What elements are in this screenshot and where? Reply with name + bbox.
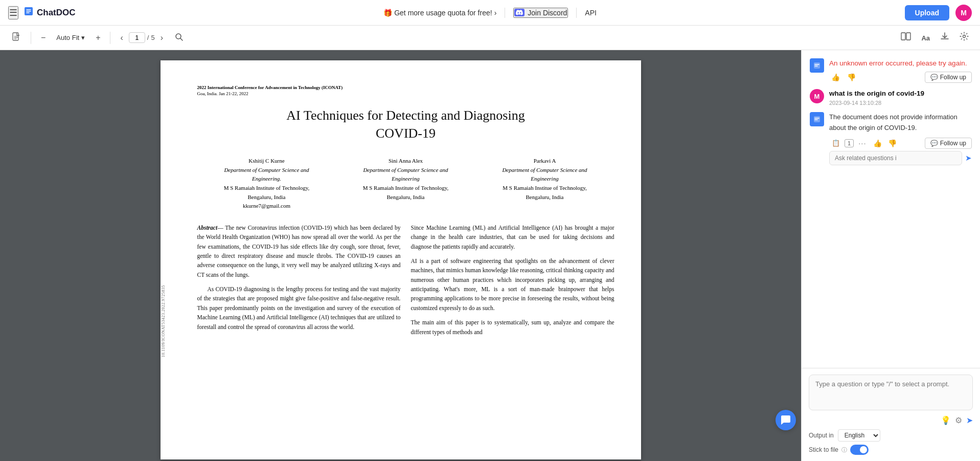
chat-input[interactable] [809, 375, 973, 410]
upload-button[interactable]: Upload [905, 5, 949, 20]
join-discord-button[interactable]: Join Discord [513, 8, 568, 18]
thumbdown-button-1[interactable]: 👎 [845, 72, 858, 82]
output-language-select[interactable]: English Chinese Spanish French German [838, 429, 880, 442]
hamburger-icon: ☰ [9, 8, 17, 18]
zoom-out-button[interactable]: − [37, 31, 49, 45]
author-3-inst: M S Ramaiah Institue of Technology, [475, 184, 614, 193]
promo-emoji: 🎁 [383, 9, 392, 17]
abstract-label: Abstract [197, 225, 218, 231]
pdf-page: 10.1109/ICONAT53423.2022.9725835 2022 In… [161, 60, 641, 459]
author-2-inst: M S Ramaiah Institute of Technology, [336, 184, 475, 193]
followup-button-2[interactable]: 💬 Follow up [925, 138, 972, 149]
font-size-icon: Aa [921, 34, 930, 42]
toolbar-separator-1 [31, 32, 31, 44]
float-chat-button[interactable] [776, 410, 796, 430]
nav-divider-2 [576, 8, 577, 18]
error-text: An unknown error occurred, please try ag… [829, 58, 972, 69]
ask-related-input[interactable] [829, 151, 962, 165]
followup-label-1: Follow up [940, 74, 966, 81]
api-button[interactable]: API [585, 9, 597, 17]
svg-rect-6 [814, 62, 820, 69]
stick-toggle[interactable] [850, 445, 869, 455]
logo: ChatDOC [24, 6, 76, 19]
source-badge[interactable]: 1 [845, 139, 854, 147]
auto-fit-label: Auto Fit [56, 34, 79, 41]
thumbup-button-1[interactable]: 👍 [829, 72, 842, 82]
thumbup-button-2[interactable]: 👍 [871, 138, 884, 148]
bot-answer-message: The document does not provide informatio… [810, 112, 972, 165]
more-settings-button[interactable] [956, 30, 972, 46]
discord-icon [514, 9, 525, 16]
user-message-content: what is the origin of covid-19 2023-09-1… [829, 89, 924, 106]
bulb-icon: 💡 [941, 416, 951, 425]
followup-chat-icon-1: 💬 [930, 74, 938, 81]
user-question-text: what is the origin of covid-19 [829, 89, 924, 99]
author-1-city: Bengaluru, India [197, 193, 336, 202]
bot-icon-1 [810, 58, 824, 73]
thumbdown-icon-2: 👎 [888, 139, 897, 147]
thumbdown-button-2[interactable]: 👎 [886, 138, 899, 148]
toggle-slider [850, 445, 869, 455]
chat-input-toolbar: 💡 ⚙ ➤ [809, 415, 973, 425]
author-2: Sini Anna Alex Department of Computer Sc… [336, 157, 475, 211]
ask-related-row: ➤ [829, 151, 972, 165]
followup-chat-icon-2: 💬 [930, 140, 938, 147]
svg-rect-7 [814, 116, 820, 122]
svg-rect-4 [906, 33, 910, 40]
avatar[interactable]: M [955, 5, 972, 21]
right-p1: Since Machine Learning (ML) and Artifici… [411, 223, 614, 251]
download-button[interactable] [937, 30, 952, 46]
prev-page-button[interactable]: ‹ [117, 31, 126, 45]
chat-send-button[interactable]: ➤ [966, 415, 973, 425]
discord-label: Join Discord [528, 9, 567, 17]
paper-title: AI Techniques for Detecting and Diagnosi… [197, 106, 614, 142]
send-small-icon: ➤ [965, 153, 972, 162]
top-nav: ☰ ChatDOC 🎁 Get more usage quota for fre… [0, 0, 980, 26]
author-1-inst: M S Ramaiah Institute of Technology, [197, 184, 336, 193]
answer-actions: 📋 1 ··· 👍 👎 💬 [829, 138, 972, 149]
sidebar-toggle-button[interactable]: ☰ [8, 6, 18, 19]
conference-title: 2022 International Conference for Advanc… [197, 85, 614, 90]
svg-point-5 [963, 35, 966, 38]
dots-icon: ··· [858, 139, 867, 147]
next-page-icon: › [161, 33, 163, 42]
user-message: M what is the origin of covid-19 2023-09… [810, 89, 972, 106]
chat-sidebar: An unknown error occurred, please try ag… [801, 50, 980, 461]
col-left: Abstract— The new Coronavirus infection … [197, 223, 401, 342]
doi-side-text: 10.1109/ICONAT53423.2022.9725835 [161, 285, 166, 357]
next-page-button[interactable]: › [157, 31, 167, 45]
thumbup-icon-2: 👍 [873, 139, 882, 147]
nav-center: 🎁 Get more usage quota for free! › Join … [82, 8, 899, 18]
chat-input-area: 💡 ⚙ ➤ Output in English Chinese Spanish … [802, 368, 980, 461]
right-p3: The main aim of this paper is to systema… [411, 318, 614, 337]
font-size-button[interactable]: Aa [918, 30, 933, 45]
thumbdown-icon-1: 👎 [847, 73, 856, 81]
source-button[interactable]: 📋 [829, 138, 842, 148]
dots-button[interactable]: ··· [856, 138, 869, 148]
search-button[interactable] [171, 30, 187, 46]
page-separator: / [147, 34, 149, 41]
bot-answer-bubble: The document does not provide informatio… [829, 112, 972, 165]
file-icon-button[interactable] [8, 30, 25, 46]
zoom-in-button[interactable]: + [92, 31, 104, 45]
followup-button-1[interactable]: 💬 Follow up [925, 72, 972, 83]
author-1-email: kkurne7@gmail.com [197, 202, 336, 211]
nav-left: ☰ ChatDOC [8, 6, 76, 19]
send-icon: ➤ [966, 416, 973, 425]
book-view-button[interactable] [898, 30, 914, 46]
ask-related-send-button[interactable]: ➤ [965, 153, 972, 163]
bulb-button[interactable]: 💡 [941, 415, 951, 425]
author-1: Kshitij C Kurne Department of Computer S… [197, 157, 336, 211]
auto-fit-button[interactable]: Auto Fit ▾ [53, 32, 88, 43]
promo-arrow-icon: › [494, 9, 497, 17]
total-pages: 5 [151, 34, 154, 41]
pdf-viewer[interactable]: 10.1109/ICONAT53423.2022.9725835 2022 In… [0, 50, 801, 461]
chat-settings-button[interactable]: ⚙ [955, 415, 962, 425]
page-number-input[interactable] [129, 32, 145, 43]
author-1-dept2: Engineering. [197, 174, 336, 184]
svg-rect-3 [901, 33, 905, 40]
stick-label: Stick to file [809, 446, 838, 453]
promo-banner: 🎁 Get more usage quota for free! › [383, 9, 496, 17]
author-3-city: Bengaluru, India [475, 193, 614, 202]
author-1-dept: Department of Computer Science and [197, 166, 336, 175]
